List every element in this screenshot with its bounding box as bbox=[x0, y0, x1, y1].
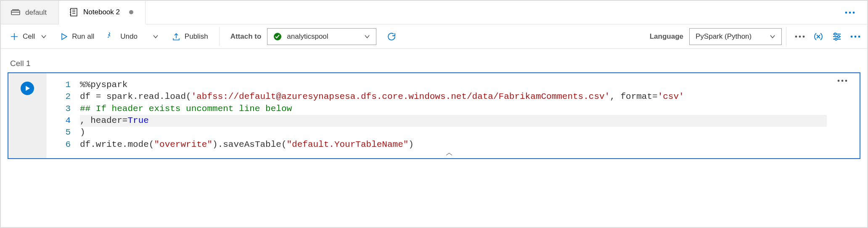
button-label: Cell bbox=[23, 32, 35, 41]
chevron-down-icon bbox=[364, 34, 370, 40]
svg-point-8 bbox=[803, 35, 805, 37]
tab-notebook[interactable]: Notebook 2 bbox=[59, 1, 146, 24]
attach-to-label: Attach to bbox=[224, 32, 267, 41]
cell-resize-handle[interactable] bbox=[46, 151, 852, 158]
play-icon bbox=[60, 33, 68, 40]
storage-icon bbox=[11, 9, 20, 16]
cell-title: Cell 1 bbox=[10, 59, 860, 68]
tab-strip: default Notebook 2 bbox=[1, 1, 867, 24]
line-number: 3 bbox=[46, 103, 80, 115]
variables-icon bbox=[813, 32, 823, 42]
sliders-icon bbox=[832, 32, 842, 42]
button-label: Undo bbox=[120, 32, 138, 41]
cell-gutter bbox=[8, 73, 46, 158]
add-cell-button[interactable]: Cell bbox=[3, 24, 53, 48]
code-line[interactable]: , header=True bbox=[80, 115, 827, 127]
code-line[interactable]: %%pyspark bbox=[80, 79, 852, 91]
svg-rect-1 bbox=[71, 8, 77, 16]
svg-point-6 bbox=[795, 35, 797, 37]
svg-point-13 bbox=[855, 35, 857, 37]
variables-button[interactable] bbox=[809, 24, 828, 48]
chevron-down-icon bbox=[153, 34, 159, 40]
run-all-button[interactable]: Run all bbox=[53, 24, 101, 48]
line-number: 4 bbox=[46, 115, 80, 127]
tab-overflow-button[interactable] bbox=[833, 1, 867, 24]
cell-more-button[interactable] bbox=[837, 79, 848, 82]
svg-point-10 bbox=[838, 35, 840, 37]
unsaved-dot-icon bbox=[129, 10, 133, 14]
undo-button[interactable]: Undo bbox=[101, 24, 144, 48]
code-cell: 1%%pyspark2df = spark.read.load('abfss:/… bbox=[8, 72, 860, 159]
button-label: Run all bbox=[72, 32, 94, 41]
chevron-down-icon bbox=[41, 34, 47, 40]
svg-point-2 bbox=[845, 11, 847, 13]
line-number: 6 bbox=[46, 139, 80, 151]
line-number: 5 bbox=[46, 127, 80, 138]
code-line[interactable]: ## If header exists uncomment line below bbox=[80, 103, 852, 115]
overflow-button[interactable] bbox=[846, 24, 865, 48]
attach-to-select[interactable]: analyticspool bbox=[267, 28, 376, 45]
separator bbox=[786, 27, 786, 46]
settings-button[interactable] bbox=[828, 24, 846, 48]
tab-label: default bbox=[25, 8, 47, 17]
svg-point-9 bbox=[834, 33, 836, 35]
undo-dropdown-button[interactable] bbox=[144, 24, 165, 48]
refresh-icon bbox=[386, 32, 397, 42]
svg-point-3 bbox=[849, 11, 851, 13]
notebook-icon bbox=[69, 8, 78, 17]
play-icon bbox=[24, 85, 30, 91]
code-line[interactable]: ) bbox=[80, 127, 852, 138]
plus-icon bbox=[10, 32, 19, 41]
select-value: analyticspool bbox=[287, 32, 359, 41]
select-value: PySpark (Python) bbox=[696, 32, 765, 41]
editor-area: Cell 1 1%%pyspark2df = spark.read.load('… bbox=[1, 49, 867, 161]
button-label: Publish bbox=[185, 32, 208, 41]
code-line[interactable]: df = spark.read.load('abfss://default@az… bbox=[80, 91, 852, 103]
code-line[interactable]: df.write.mode("overwrite").saveAsTable("… bbox=[80, 139, 852, 151]
publish-button[interactable]: Publish bbox=[165, 24, 215, 48]
svg-rect-0 bbox=[11, 11, 20, 15]
separator bbox=[219, 27, 220, 46]
upload-icon bbox=[172, 32, 180, 41]
tab-label: Notebook 2 bbox=[83, 8, 120, 16]
line-number: 1 bbox=[46, 79, 80, 91]
svg-point-15 bbox=[838, 80, 840, 82]
more-icon bbox=[850, 35, 861, 38]
line-number: 2 bbox=[46, 91, 80, 103]
svg-point-4 bbox=[853, 11, 855, 13]
more-icon bbox=[794, 35, 805, 38]
language-select[interactable]: PySpark (Python) bbox=[689, 28, 782, 45]
more-actions-button[interactable] bbox=[791, 24, 809, 48]
notebook-toolbar: Cell Run all Undo Publish bbox=[1, 24, 867, 49]
status-ok-icon bbox=[273, 32, 282, 41]
svg-point-17 bbox=[845, 80, 847, 82]
language-label: Language bbox=[643, 32, 689, 41]
svg-point-14 bbox=[858, 35, 860, 37]
code-editor[interactable]: 1%%pyspark2df = spark.read.load('abfss:/… bbox=[46, 79, 852, 158]
svg-point-12 bbox=[851, 35, 853, 37]
run-cell-button[interactable] bbox=[21, 82, 34, 95]
cell-body[interactable]: 1%%pyspark2df = spark.read.load('abfss:/… bbox=[46, 73, 860, 158]
tab-sqlscript[interactable]: default bbox=[1, 1, 59, 24]
svg-point-16 bbox=[842, 80, 844, 82]
refresh-session-button[interactable] bbox=[382, 24, 401, 48]
svg-point-11 bbox=[835, 38, 837, 40]
chevron-down-icon bbox=[770, 34, 775, 40]
svg-point-7 bbox=[799, 35, 801, 37]
undo-icon bbox=[108, 32, 116, 41]
